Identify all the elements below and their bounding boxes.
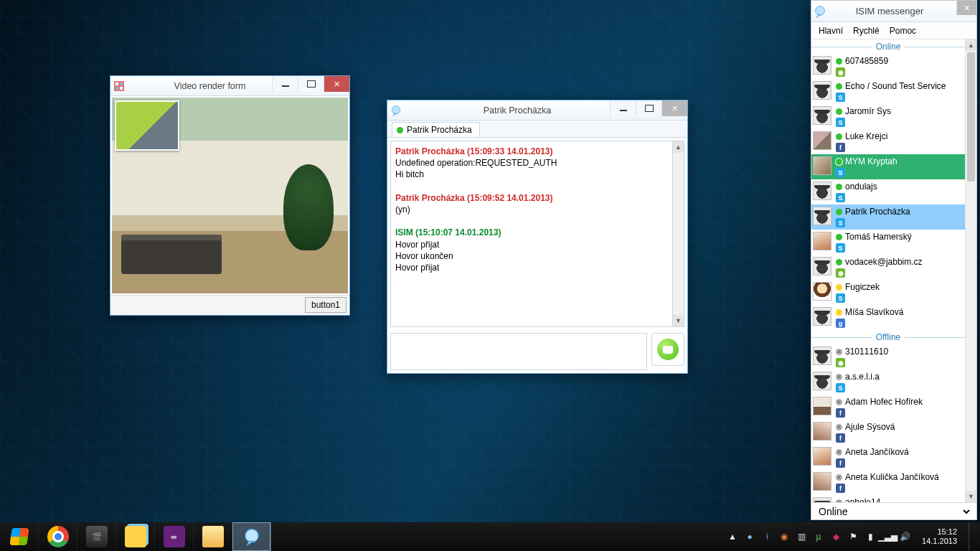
maximize-button[interactable] — [636, 100, 661, 116]
tray-bluetooth-icon[interactable]: ᚼ — [761, 531, 773, 542]
contact-name: ondulajs — [845, 182, 877, 192]
chat-tab-active[interactable]: Patrik Procházka — [392, 122, 480, 137]
avatar — [813, 257, 831, 276]
close-button[interactable] — [324, 76, 349, 92]
presence-offline-icon — [836, 349, 842, 355]
status-selector[interactable]: Online — [811, 502, 976, 519]
contact-item[interactable]: anhelo14S — [811, 495, 965, 502]
contact-item[interactable]: vodacek@jabbim.cz◉ — [811, 255, 965, 280]
contact-item[interactable]: Adam Hofec Hofírekf — [811, 395, 965, 420]
chat-input[interactable] — [390, 333, 647, 370]
contact-item[interactable]: Tomáš HamerskýS — [811, 230, 965, 255]
taskbar-clock[interactable]: 15:12 14.1.2013 — [916, 527, 963, 546]
svg-rect-4 — [120, 87, 123, 90]
tray-chat-icon[interactable]: ● — [744, 531, 755, 542]
minimize-button[interactable] — [272, 76, 298, 92]
contact-item[interactable]: Aneta Jančíkováf — [811, 445, 965, 470]
contact-item[interactable]: 310111610◉ — [811, 344, 965, 369]
tray-chevron-icon[interactable]: ▲ — [727, 531, 738, 542]
presence-icon — [836, 108, 842, 115]
video-main-feed — [112, 98, 348, 293]
chat-messages[interactable]: Patrik Procházka (15:09:33 14.01.2013) U… — [390, 141, 673, 327]
contact-item[interactable]: Luke Krejcif — [811, 129, 965, 154]
contact-item[interactable]: FugiczekS — [811, 280, 965, 305]
scroll-up-icon[interactable]: ▲ — [966, 39, 976, 51]
contact-name: vodacek@jabbim.cz — [845, 257, 923, 267]
group-offline[interactable]: Offline — [811, 330, 965, 344]
scroll-down-icon[interactable]: ▼ — [673, 315, 684, 326]
menu-rychle[interactable]: Rychlé — [853, 26, 880, 36]
contact-item[interactable]: Míša Slavíkovág — [811, 305, 965, 330]
contact-item[interactable]: ondulajsS — [811, 179, 965, 204]
contact-item[interactable]: Echo / Sound Test ServiceS — [811, 79, 965, 104]
contact-item[interactable]: Ajule Sýsováf — [811, 420, 965, 445]
taskbar-app-chrome[interactable] — [39, 522, 77, 551]
presence-icon — [397, 127, 403, 133]
contact-item[interactable]: 607485859◉ — [811, 54, 965, 79]
scroll-thumb[interactable] — [967, 52, 975, 182]
taskbar-app-explorer[interactable] — [194, 522, 232, 551]
avatar — [813, 106, 831, 125]
window-video-render[interactable]: Video render form button1 — [110, 75, 350, 316]
contact-item[interactable]: Aneta Kulička Jančíkováf — [811, 470, 965, 495]
minimize-button[interactable] — [610, 100, 636, 116]
window-isim-messenger[interactable]: ISIM messenger Hlavní Rychlé Pomoc Onlin… — [811, 0, 977, 520]
tray-volume-icon[interactable]: 🔊 — [899, 531, 910, 542]
taskbar-app-movie[interactable]: 🎬 — [77, 522, 116, 551]
send-button[interactable] — [651, 333, 684, 366]
app-icon — [387, 105, 405, 116]
close-button[interactable] — [661, 100, 687, 116]
facebook-icon: f — [836, 458, 845, 468]
contact-scrollbar[interactable]: ▲ ▼ — [965, 39, 976, 502]
titlebar-isim[interactable]: ISIM messenger — [811, 1, 976, 22]
tray-utorrent-icon[interactable]: µ — [813, 531, 824, 542]
taskbar-app-notes[interactable] — [116, 522, 155, 551]
facebook-icon: f — [836, 433, 845, 443]
start-button[interactable] — [0, 522, 39, 551]
show-desktop-button[interactable] — [969, 522, 974, 551]
contact-name: a.s.e.l.i.a — [845, 372, 880, 382]
group-online[interactable]: Online — [811, 39, 965, 54]
tray-action-center-icon[interactable]: ⚑ — [847, 531, 859, 542]
taskbar-app-visualstudio[interactable]: ∞ — [155, 522, 194, 551]
button1[interactable]: button1 — [305, 297, 347, 313]
window-chat[interactable]: Patrik Procházka Patrik Procházka Patrik… — [387, 100, 688, 374]
status-select[interactable]: Online — [816, 505, 972, 518]
titlebar-video[interactable]: Video render form — [110, 76, 349, 96]
presence-away-icon — [836, 284, 842, 291]
contact-item-highlighted[interactable]: Patrik ProcházkaS — [811, 204, 965, 230]
titlebar-chat[interactable]: Patrik Procházka — [387, 100, 687, 121]
msg-header: Patrik Procházka (15:09:52 14.01.2013) — [395, 192, 668, 204]
avatar — [813, 347, 831, 365]
jabber-icon: ◉ — [836, 67, 845, 77]
svg-point-6 — [816, 6, 825, 15]
tray-sync-icon[interactable]: ◉ — [778, 531, 790, 542]
jabber-icon: ◉ — [836, 268, 845, 278]
app-icon — [811, 5, 829, 18]
avatar — [813, 131, 831, 150]
avatar — [813, 307, 831, 326]
tray-av-icon[interactable]: ◆ — [830, 531, 842, 542]
tray-battery-icon[interactable]: ▮ — [864, 531, 876, 542]
presence-offline-icon — [836, 399, 842, 405]
contact-item[interactable]: Jaromír SysS — [811, 104, 965, 129]
chat-scrollbar[interactable]: ▲ ▼ — [673, 141, 684, 327]
menu-pomoc[interactable]: Pomoc — [890, 26, 916, 36]
contact-name: Aneta Jančíková — [845, 447, 909, 457]
contact-name: anhelo14 — [845, 497, 880, 502]
tray-network-icon[interactable]: ▁▃▅ — [882, 531, 893, 542]
presence-icon — [836, 133, 842, 140]
contact-name: Jaromír Sys — [845, 106, 891, 116]
facebook-icon: f — [836, 484, 845, 493]
tray-shield-icon[interactable]: ▥ — [796, 531, 807, 542]
scroll-up-icon[interactable]: ▲ — [673, 141, 684, 153]
contact-item[interactable]: a.s.e.l.i.aS — [811, 369, 965, 395]
scroll-down-icon[interactable]: ▼ — [966, 491, 976, 502]
menu-hlavni[interactable]: Hlavní — [819, 26, 843, 36]
taskbar-app-isim[interactable] — [232, 522, 271, 551]
contact-item-selected[interactable]: MYM KryptahS — [811, 154, 965, 179]
chrome-icon — [47, 526, 69, 547]
maximize-button[interactable] — [298, 76, 324, 92]
close-button[interactable] — [956, 1, 976, 15]
presence-icon — [836, 209, 842, 215]
